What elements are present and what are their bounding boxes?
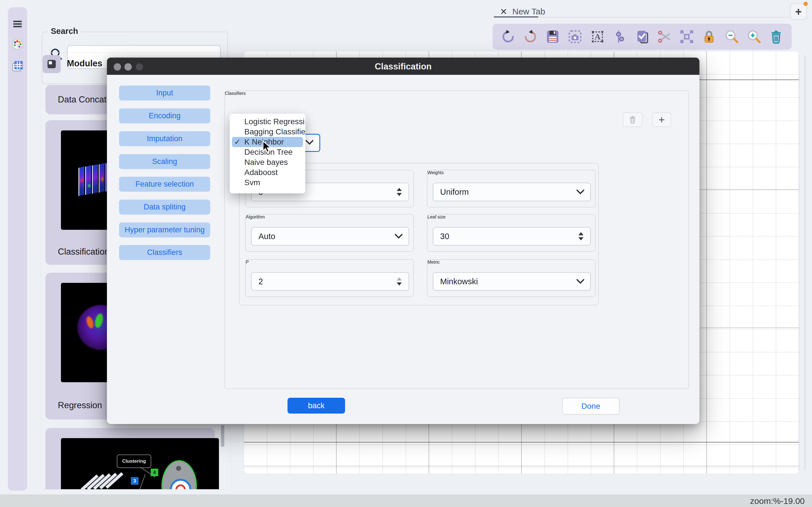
nav-imputation-button[interactable]: Imputation xyxy=(119,131,210,146)
done-button[interactable]: Done xyxy=(562,398,620,415)
undo-icon[interactable] xyxy=(500,29,516,45)
canvas-scrollbar[interactable] xyxy=(804,55,806,470)
dialog-title: Classification xyxy=(107,62,699,72)
active-tab-indicator xyxy=(494,16,538,17)
chevron-down-icon xyxy=(576,277,584,286)
metric-value: Minkowski xyxy=(440,277,478,286)
nav-encoding-button[interactable]: Encoding xyxy=(119,108,210,123)
modules-icon xyxy=(43,55,61,73)
algorithm-label: Algorithm xyxy=(246,215,265,219)
weights-value: Uniform xyxy=(440,187,469,197)
palette-icon[interactable] xyxy=(11,38,24,51)
canvas-toolbar: A xyxy=(493,24,792,50)
tab-new-tab[interactable]: New Tab xyxy=(512,7,545,16)
leaf-size-label: Leaf size xyxy=(427,215,445,219)
zoom-out-icon[interactable] xyxy=(724,29,740,45)
cut-icon[interactable] xyxy=(656,29,673,45)
add-classifier-button[interactable]: + xyxy=(652,112,671,127)
lock-icon[interactable] xyxy=(701,29,717,45)
nav-feature-selection-button[interactable]: Feature selection xyxy=(119,177,210,192)
menu-item-naive-bayes[interactable]: Naive bayes xyxy=(230,157,305,167)
classifiers-group-label: Classifiers xyxy=(225,91,246,96)
dialog-titlebar[interactable]: Classification xyxy=(107,58,699,75)
modules-scrollbar[interactable] xyxy=(221,425,224,447)
weights-combobox[interactable]: Uniform xyxy=(433,183,591,201)
clustering-caption: Clustering xyxy=(117,454,151,468)
p-label: P xyxy=(246,260,249,265)
clustering-node: 3 xyxy=(131,477,138,485)
module-card-label: Regression xyxy=(58,400,102,410)
tabbar-divider xyxy=(538,17,790,17)
status-bar: zoom:%-19.00 xyxy=(0,495,812,507)
svg-text:A: A xyxy=(595,32,601,41)
algorithm-fieldset: Algorithm Auto xyxy=(245,214,414,252)
sidebar-rail xyxy=(8,7,27,491)
menu-item-svm[interactable]: Svm xyxy=(230,178,305,188)
clustering-thumbnail: Clustering 4 3 xyxy=(61,438,219,490)
weights-label: Weights xyxy=(427,170,444,175)
chevron-down-icon xyxy=(394,232,403,241)
redo-icon[interactable] xyxy=(522,29,539,45)
module-card-clustering[interactable]: Clustering 4 3 xyxy=(46,428,215,490)
back-button[interactable]: back xyxy=(288,398,345,413)
chevron-down-icon xyxy=(576,187,584,197)
check-icon: ✓ xyxy=(234,137,241,147)
screenshot-icon[interactable] xyxy=(567,29,583,45)
clustering-node: 4 xyxy=(151,469,158,476)
menu-item-logistic-regression[interactable]: Logistic Regressi xyxy=(230,117,305,127)
metric-fieldset: Metric Minkowski xyxy=(427,259,596,297)
metric-combobox[interactable]: Minkowski xyxy=(433,272,591,291)
clustering-ellipse xyxy=(162,460,197,490)
insert-text-icon[interactable]: A xyxy=(589,29,606,45)
menu-item-bagging-classifier[interactable]: Bagging Classifie xyxy=(230,127,305,137)
distribute-icon[interactable] xyxy=(612,29,628,45)
algorithm-combobox[interactable]: Auto xyxy=(251,227,409,245)
mouse-cursor-icon xyxy=(262,140,274,155)
search-label: Search xyxy=(48,26,81,36)
grid-major-line xyxy=(244,442,799,443)
nav-hyper-parameter-tuning-button[interactable]: Hyper parameter tuning xyxy=(119,222,210,237)
nav-classifiers-button[interactable]: Classifiers xyxy=(119,245,210,260)
p-spinner[interactable]: 2 xyxy=(251,272,409,291)
algorithm-value: Auto xyxy=(258,232,275,241)
weights-fieldset: Weights Uniform xyxy=(427,170,596,208)
zoom-in-icon[interactable] xyxy=(746,29,762,45)
leaf-size-spinner[interactable]: 30 xyxy=(433,227,591,245)
modules-header: Modules xyxy=(67,58,103,69)
add-tab-button[interactable]: + xyxy=(790,3,807,20)
checkbox-icon[interactable] xyxy=(634,29,650,45)
tab-close-icon[interactable]: ✕ xyxy=(499,7,508,16)
zoom-status: zoom:%-19.00 xyxy=(750,496,805,506)
spinner-arrows-icon[interactable] xyxy=(397,188,402,196)
spinner-arrows-icon[interactable] xyxy=(397,278,402,286)
app-window: ✕ New Tab + A xyxy=(0,0,812,507)
spinner-arrows-icon[interactable] xyxy=(578,232,583,240)
remove-classifier-button[interactable] xyxy=(623,112,642,127)
p-fieldset: P 2 xyxy=(245,259,414,297)
menu-item-adaboost[interactable]: Adaboost xyxy=(230,167,305,178)
leaf-size-value: 30 xyxy=(440,232,449,241)
save-icon[interactable] xyxy=(545,29,561,45)
menu-icon[interactable] xyxy=(11,17,24,31)
delete-icon[interactable] xyxy=(768,29,784,45)
nav-data-spliting-button[interactable]: Data spliting xyxy=(119,200,210,215)
nav-input-button[interactable]: Input xyxy=(119,86,210,101)
module-card-label: Classification xyxy=(58,247,110,257)
expand-icon[interactable] xyxy=(679,29,695,45)
nav-scaling-button[interactable]: Scaling xyxy=(119,154,210,169)
metric-label: Metric xyxy=(427,260,440,265)
p-value: 2 xyxy=(258,277,263,286)
data-table-icon[interactable] xyxy=(11,60,24,73)
classification-dialog: Classification Input Encoding Imputation… xyxy=(107,58,699,424)
notification-dot xyxy=(804,2,808,6)
leaf-size-fieldset: Leaf size 30 xyxy=(427,214,596,252)
chevron-down-icon xyxy=(305,139,314,146)
